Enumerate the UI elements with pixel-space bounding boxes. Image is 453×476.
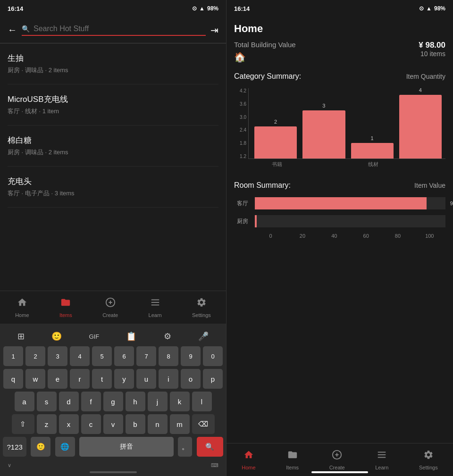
list-item[interactable]: 生抽 厨房 · 调味品 · 2 items: [8, 43, 218, 84]
svg-rect-9: [378, 451, 386, 452]
nav-item-create[interactable]: Create: [97, 295, 124, 320]
total-building-card: Total Building Value 🏠 ¥ 98.00 10 items: [234, 41, 445, 63]
x-axis: 书籍线材: [234, 161, 445, 168]
kb-keyboard-icon[interactable]: ⌨: [211, 462, 218, 468]
r-nav-item-home[interactable]: Home: [236, 448, 261, 472]
kb-key-u[interactable]: u: [136, 369, 156, 389]
kb-lang-icon[interactable]: 🌐: [55, 437, 75, 457]
room-x-label-1: 20: [286, 233, 318, 239]
nav-item-home[interactable]: Home: [9, 295, 34, 320]
kb-num-2[interactable]: 2: [25, 346, 45, 366]
kb-key-⇧[interactable]: ⇧: [12, 414, 34, 434]
create-nav-label: Create: [102, 312, 118, 318]
battery-icon-right: ⊙: [419, 5, 424, 12]
kb-key-z[interactable]: z: [37, 414, 57, 434]
home-r-nav-label: Home: [242, 465, 255, 470]
list-item-meta: 厨房 · 调味品 · 2 items: [8, 148, 218, 157]
kb-key-w[interactable]: w: [25, 369, 45, 389]
kb-num-9[interactable]: 9: [181, 346, 201, 366]
kb-num-3[interactable]: 3: [48, 346, 67, 366]
r-nav-item-items[interactable]: Items: [280, 448, 304, 472]
kb-gif-btn[interactable]: GIF: [85, 331, 103, 342]
kb-mic-icon[interactable]: 🎤: [194, 329, 212, 343]
kb-period[interactable]: 。: [178, 437, 192, 457]
kb-key-j[interactable]: j: [148, 392, 168, 411]
home-nav-icon: [17, 297, 27, 310]
room-header: Room Summary: Item Value: [234, 181, 445, 190]
settings-r-nav-icon: [423, 450, 434, 463]
r-nav-item-settings[interactable]: Settings: [413, 448, 444, 472]
kb-chevron-down[interactable]: ∨: [8, 462, 11, 468]
kb-key-m[interactable]: m: [170, 414, 190, 434]
nav-item-items[interactable]: Items: [54, 295, 78, 320]
kb-key-q[interactable]: q: [3, 369, 23, 389]
kb-key-k[interactable]: k: [170, 392, 190, 411]
kb-key-b[interactable]: b: [126, 414, 145, 434]
kb-key-e[interactable]: e: [48, 369, 67, 389]
kb-key-s[interactable]: s: [37, 392, 57, 411]
room-bar-label-0: 客厅: [237, 200, 248, 208]
kb-key-g[interactable]: g: [103, 392, 123, 411]
kb-key-a[interactable]: a: [15, 392, 34, 411]
items-nav-label: Items: [59, 312, 72, 318]
r-nav-item-learn[interactable]: Learn: [369, 448, 394, 472]
kb-settings-icon[interactable]: ⚙: [160, 329, 175, 343]
home-r-nav-icon: [243, 450, 254, 463]
list-item[interactable]: 棉白糖 厨房 · 调味品 · 2 items: [8, 125, 218, 167]
kb-num-1[interactable]: 1: [3, 346, 23, 366]
kb-key-v[interactable]: v: [103, 414, 123, 434]
kb-key-p[interactable]: p: [203, 369, 223, 389]
kb-key-⌫[interactable]: ⌫: [192, 414, 215, 434]
y-label-1: 1.8: [235, 141, 246, 146]
bottom-nav-left: Home Items Create Learn Settings: [0, 291, 226, 324]
kb-num-6[interactable]: 6: [114, 346, 134, 366]
kb-key-o[interactable]: o: [181, 369, 201, 389]
kb-key-t[interactable]: t: [92, 369, 112, 389]
kb-key-y[interactable]: y: [114, 369, 134, 389]
kb-num-4[interactable]: 4: [70, 346, 90, 366]
kb-key-r[interactable]: r: [70, 369, 90, 389]
right-content: Home Total Building Value 🏠 ¥ 98.00 10 i…: [226, 17, 453, 443]
category-title: Category Summary:: [234, 72, 301, 81]
cat-x-label-0: 书籍: [253, 161, 301, 168]
list-item[interactable]: 充电头 客厅 · 电子产品 · 3 items: [8, 167, 218, 208]
search-input[interactable]: [34, 25, 206, 33]
create-nav-icon: [105, 297, 116, 310]
kb-key-c[interactable]: c: [81, 414, 101, 434]
kb-num-7[interactable]: 7: [136, 346, 156, 366]
kb-key-f[interactable]: f: [81, 392, 101, 411]
items-r-nav-icon: [287, 450, 298, 463]
kb-emoji-btn[interactable]: 🙂: [31, 437, 50, 457]
list-item[interactable]: MicroUSB充电线 客厅 · 线材 · 1 item: [8, 84, 218, 125]
kb-key-n[interactable]: n: [148, 414, 168, 434]
cat-bar-0: 2: [254, 126, 297, 159]
right-panel: 16:14 ⊙ ▲ 98% Home Total Building Value …: [226, 0, 453, 476]
kb-space[interactable]: 拼音: [79, 437, 174, 457]
kb-key-l[interactable]: l: [192, 392, 212, 411]
status-icons-left: ⊙ ▲ 98%: [192, 5, 218, 12]
kb-special-btn[interactable]: ?123: [3, 437, 26, 457]
keyboard-toolbar: ⊞ 🙂 GIF 📋 ⚙ 🎤: [0, 326, 226, 346]
kb-num-5[interactable]: 5: [92, 346, 112, 366]
nav-item-learn[interactable]: Learn: [143, 295, 168, 320]
category-chart: 1.2 1.8 2.4 3.0 3.6 4.2 2 3 1 4: [234, 84, 445, 172]
wifi-icon-left: ▲: [199, 5, 205, 12]
kb-key-h[interactable]: h: [126, 392, 145, 411]
list-item-meta: 厨房 · 调味品 · 2 items: [8, 66, 218, 75]
kb-key-x[interactable]: x: [59, 414, 79, 434]
kb-emoji-icon[interactable]: 🙂: [48, 329, 66, 343]
kb-num-8[interactable]: 8: [159, 346, 178, 366]
kb-num-0[interactable]: 0: [203, 346, 223, 366]
kb-key-d[interactable]: d: [59, 392, 79, 411]
r-nav-item-create[interactable]: Create: [324, 448, 351, 472]
kb-key-i[interactable]: i: [159, 369, 178, 389]
kb-search-btn[interactable]: 🔍: [197, 437, 223, 457]
back-button[interactable]: ←: [8, 25, 17, 35]
list-item-meta: 客厅 · 线材 · 1 item: [8, 107, 218, 116]
kb-clipboard-icon[interactable]: 📋: [122, 329, 140, 343]
home-nav-label: Home: [15, 312, 29, 318]
kb-grid-icon[interactable]: ⊞: [14, 329, 28, 343]
nav-item-settings[interactable]: Settings: [186, 295, 217, 320]
keyboard: ⊞ 🙂 GIF 📋 ⚙ 🎤 1234567890 qwertyuiopasdfg…: [0, 324, 226, 476]
forward-button[interactable]: ⇥: [210, 25, 218, 36]
